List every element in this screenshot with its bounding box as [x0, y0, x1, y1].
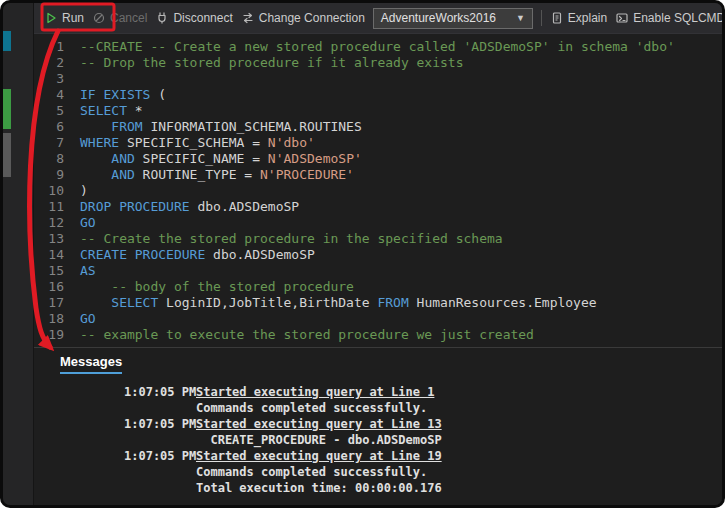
line-number: 18	[34, 311, 64, 327]
activity-strip-badge-teal	[3, 31, 11, 51]
line-number: 11	[34, 199, 64, 215]
messages-tab[interactable]: Messages	[60, 354, 122, 374]
line-number: 5	[34, 103, 64, 119]
editor-line[interactable]: 5 SELECT *	[34, 103, 722, 119]
editor-line[interactable]: 1 --CREATE -- Create a new stored proced…	[34, 39, 722, 55]
line-number: 17	[34, 295, 64, 311]
message-row: CREATE_PROCEDURE - dbo.ADSDemoSP	[34, 432, 722, 448]
line-number: 16	[34, 279, 64, 295]
cancel-button-label: Cancel	[110, 11, 147, 25]
line-number: 6	[34, 119, 64, 135]
database-dropdown-value: AdventureWorks2016	[381, 11, 496, 25]
editor-line[interactable]: 18 GO	[34, 311, 722, 327]
message-timestamp: 1:07:05 PM	[124, 384, 196, 400]
line-number: 12	[34, 215, 64, 231]
editor-line[interactable]: 16 -- body of the stored procedure	[34, 279, 722, 295]
editor-line[interactable]: 7 WHERE SPECIFIC_SCHEMA = N'dbo'	[34, 135, 722, 151]
line-number: 14	[34, 247, 64, 263]
message-timestamp: 1:07:05 PM	[124, 416, 196, 432]
message-link[interactable]: Started executing query at Line 13	[196, 416, 442, 432]
code-text: GO	[80, 311, 96, 327]
code-text: -- example to execute the stored procedu…	[80, 327, 534, 343]
code-text: AND ROUTINE_TYPE = N'PROCEDURE'	[80, 167, 354, 183]
editor-line[interactable]: 12 GO	[34, 215, 722, 231]
message-row: Total execution time: 00:00:00.176	[34, 480, 722, 496]
editor-line[interactable]: 13 -- Create the stored procedure in the…	[34, 231, 722, 247]
line-number: 4	[34, 87, 64, 103]
message-row: Commands completed successfully.	[34, 464, 722, 480]
sqlcmd-terminal-icon	[615, 11, 629, 25]
code-text: SELECT LoginID,JobTitle,BirthDate FROM H…	[80, 295, 597, 311]
code-text: -- Drop the stored procedure if it alrea…	[80, 55, 464, 71]
explain-button-label: Explain	[568, 11, 607, 25]
editor-line[interactable]: 14 CREATE PROCEDURE dbo.ADSDemoSP	[34, 247, 722, 263]
code-text: IF EXISTS (	[80, 87, 166, 103]
explain-button[interactable]: Explain	[550, 11, 607, 25]
cancel-icon	[92, 11, 106, 25]
message-row: 1:07:05 PM Started executing query at Li…	[34, 448, 722, 464]
editor-line[interactable]: 9 AND ROUTINE_TYPE = N'PROCEDURE'	[34, 167, 722, 183]
editor-line[interactable]: 17 SELECT LoginID,JobTitle,BirthDate FRO…	[34, 295, 722, 311]
run-button[interactable]: Run	[44, 11, 84, 25]
code-text: GO	[80, 215, 96, 231]
editor-line[interactable]: 8 AND SPECIFIC_NAME = N'ADSDemoSP'	[34, 151, 722, 167]
message-link[interactable]: Started executing query at Line 19	[196, 448, 442, 464]
activity-strip	[3, 3, 34, 505]
message-row: 1:07:05 PM Started executing query at Li…	[34, 384, 722, 400]
explain-plan-icon	[550, 11, 564, 25]
line-number: 8	[34, 151, 64, 167]
editor-line[interactable]: 3	[34, 71, 722, 87]
code-text: -- Create the stored procedure in the sp…	[80, 231, 503, 247]
line-number: 1	[34, 39, 64, 55]
disconnect-button[interactable]: Disconnect	[155, 11, 232, 25]
code-text: FROM INFORMATION_SCHEMA.ROUTINES	[80, 119, 362, 135]
code-text: DROP PROCEDURE dbo.ADSDemoSP	[80, 199, 299, 215]
change-connection-button-label: Change Connection	[259, 11, 365, 25]
app-window: Run Cancel Disconnect Change Connection	[0, 0, 725, 508]
change-connection-icon	[241, 11, 255, 25]
editor-line[interactable]: 4 IF EXISTS (	[34, 87, 722, 103]
line-number: 13	[34, 231, 64, 247]
message-timestamp: 1:07:05 PM	[124, 448, 196, 464]
line-number: 15	[34, 263, 64, 279]
disconnect-plug-icon	[155, 11, 169, 25]
message-text: CREATE_PROCEDURE - dbo.ADSDemoSP	[196, 432, 442, 448]
line-number: 9	[34, 167, 64, 183]
code-text: WHERE SPECIFIC_SCHEMA = N'dbo'	[80, 135, 315, 151]
message-text: Commands completed successfully.	[196, 464, 427, 480]
activity-strip-badge-green	[3, 89, 11, 129]
database-dropdown[interactable]: AdventureWorks2016 ▼	[373, 8, 533, 29]
message-timestamp	[124, 432, 196, 448]
messages-panel: Messages 1:07:05 PM Started executing qu…	[34, 347, 722, 505]
editor-line[interactable]: 2 -- Drop the stored procedure if it alr…	[34, 55, 722, 71]
message-timestamp	[124, 400, 196, 416]
code-text: AS	[80, 263, 96, 279]
message-link[interactable]: Started executing query at Line 1	[196, 384, 434, 400]
toolbar-separator	[541, 10, 542, 26]
code-text: CREATE PROCEDURE dbo.ADSDemoSP	[80, 247, 315, 263]
run-play-icon	[44, 11, 58, 25]
line-number: 3	[34, 71, 64, 87]
editor-line[interactable]: 10 )	[34, 183, 722, 199]
code-text: --CREATE -- Create a new stored procedur…	[80, 39, 675, 55]
code-text: -- body of the stored procedure	[80, 279, 354, 295]
cancel-button[interactable]: Cancel	[92, 11, 147, 25]
message-text: Total execution time: 00:00:00.176	[196, 480, 442, 496]
editor-line[interactable]: 19 -- example to execute the stored proc…	[34, 327, 722, 343]
query-toolbar: Run Cancel Disconnect Change Connection	[34, 3, 722, 34]
message-row: Commands completed successfully.	[34, 400, 722, 416]
editor-line[interactable]: 11 DROP PROCEDURE dbo.ADSDemoSP	[34, 199, 722, 215]
message-row: 1:07:05 PM Started executing query at Li…	[34, 416, 722, 432]
run-button-label: Run	[62, 11, 84, 25]
change-connection-button[interactable]: Change Connection	[241, 11, 365, 25]
message-timestamp	[124, 480, 196, 496]
message-rows: 1:07:05 PM Started executing query at Li…	[34, 384, 722, 496]
disconnect-button-label: Disconnect	[173, 11, 232, 25]
editor-line[interactable]: 15 AS	[34, 263, 722, 279]
editor-line[interactable]: 6 FROM INFORMATION_SCHEMA.ROUTINES	[34, 119, 722, 135]
line-number: 7	[34, 135, 64, 151]
activity-strip-badge-gray	[3, 133, 11, 177]
enable-sqlcmd-button-label: Enable SQLCMD	[633, 11, 725, 25]
enable-sqlcmd-button[interactable]: Enable SQLCMD	[615, 11, 725, 25]
code-editor[interactable]: 1 --CREATE -- Create a new stored proced…	[34, 34, 722, 347]
